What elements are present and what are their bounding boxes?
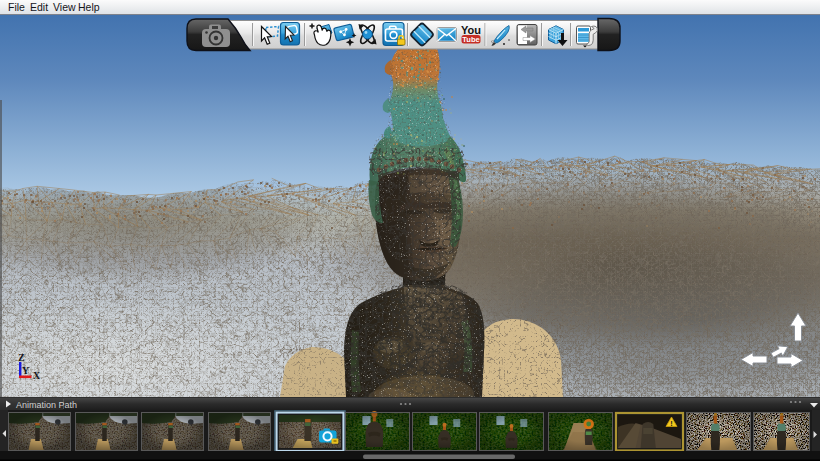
svg-text:You: You bbox=[461, 24, 481, 36]
svg-text:Animation Path: Animation Path bbox=[16, 400, 77, 410]
svg-text:Tube: Tube bbox=[462, 35, 479, 44]
svg-text:Y: Y bbox=[22, 365, 30, 376]
svg-text:X: X bbox=[33, 370, 41, 381]
svg-text:Z: Z bbox=[18, 352, 25, 363]
svg-text:!: ! bbox=[670, 419, 673, 428]
